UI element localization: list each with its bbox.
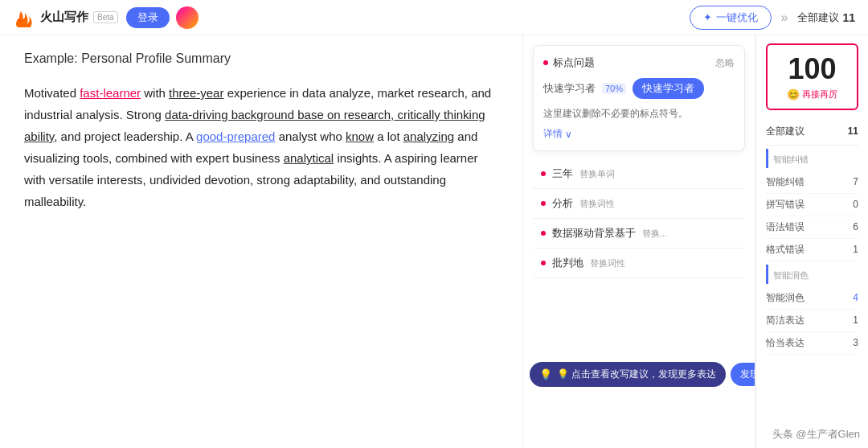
section-title-correction: 智能纠错 xyxy=(766,149,858,168)
right-all-count: 11 xyxy=(848,125,858,137)
more-icon[interactable]: » xyxy=(781,10,788,25)
text-motivated: Motivated xyxy=(24,86,80,100)
right-item-appropriate[interactable]: 恰当表达 3 xyxy=(766,332,858,355)
word-original: 快速学习者 xyxy=(543,81,596,96)
dot-red-icon xyxy=(543,60,548,65)
watermark: 头条 @生产者Glen xyxy=(772,427,860,442)
tooltip-text: 💡 点击查看改写建议，发现更多表达 xyxy=(557,368,716,381)
card-title: 标点问题 xyxy=(553,55,595,70)
discover-button[interactable]: 发现更多表达 2 xyxy=(731,363,755,386)
logo-area: 火山写作 Beta xyxy=(13,6,118,29)
avatar-button[interactable] xyxy=(176,6,199,29)
suggestion-item-analyze: 分析 替换词性 xyxy=(533,189,745,219)
card-tag: 标点问题 xyxy=(543,55,595,70)
tooltip-bar: 💡 💡 点击查看改写建议，发现更多表达 xyxy=(530,362,726,387)
suggestions-count: 11 xyxy=(842,11,855,24)
word-replace-button[interactable]: 快速学习者 xyxy=(633,78,704,99)
middle-panel: 标点问题 忽略 快速学习者 70% 快速学习者 这里建议删除不必要的标点符号。 … xyxy=(522,35,755,448)
doc-title: Example: Personal Profile Summary xyxy=(24,51,498,66)
optimize-button[interactable]: ✦ 一键优化 xyxy=(690,6,772,30)
score-label: 😊 再接再厉 xyxy=(776,88,849,101)
right-panel: 100 😊 再接再厉 全部建议 11 智能纠错 智能纠错 7 拼写错误 0 语法… xyxy=(755,35,868,448)
ignore-button[interactable]: 忽略 xyxy=(715,56,735,70)
card-desc: 这里建议删除不必要的标点符号。 xyxy=(543,107,735,121)
suggestion-item-data-driving: 数据驱动背景基于 替换... xyxy=(533,219,745,249)
suggestion-item-three-year: 三年 替换单词 xyxy=(533,159,745,189)
item-label: 数据驱动背景基于 xyxy=(552,226,636,240)
text-with: with xyxy=(141,86,169,100)
sparkle-icon: ✦ xyxy=(703,11,712,23)
dot-red-icon xyxy=(541,201,546,206)
doc-body: Motivated fast-learner with three-year e… xyxy=(24,82,498,212)
card-header: 标点问题 忽略 xyxy=(543,55,735,70)
text-a-lot: a lot xyxy=(374,129,403,143)
login-button[interactable]: 登录 xyxy=(126,7,170,28)
right-all-label: 全部建议 xyxy=(766,125,805,138)
suggestions-label: 全部建议 xyxy=(797,10,839,25)
item-sub[interactable]: 替换单词 xyxy=(579,168,615,180)
item-sub[interactable]: 替换词性 xyxy=(579,198,615,210)
word-options: 快速学习者 70% 快速学习者 xyxy=(543,78,735,99)
right-item-concise[interactable]: 简洁表达 1 xyxy=(766,310,858,332)
text-analytical: analytical xyxy=(284,151,334,165)
item-label: 三年 xyxy=(552,166,573,181)
top-nav: 火山写作 Beta 登录 ✦ 一键优化 » 全部建议 11 xyxy=(0,0,868,35)
text-comma: , and project leadership. A xyxy=(54,129,196,143)
logo-icon xyxy=(13,6,35,29)
dot-red-icon xyxy=(541,231,546,236)
text-analyst: analyst who xyxy=(275,129,346,143)
chevron-down-icon: ∨ xyxy=(565,129,572,140)
text-good-prepared: good-prepared xyxy=(196,129,275,143)
score-box: 100 😊 再接再厉 xyxy=(766,43,858,110)
score-number: 100 xyxy=(776,53,849,85)
text-analyzing: analyzing xyxy=(403,129,454,143)
dot-red-icon xyxy=(541,171,546,176)
dot-red-icon xyxy=(541,261,546,265)
item-sub[interactable]: 替换... xyxy=(642,228,667,240)
right-all-header: 全部建议 11 xyxy=(766,121,858,146)
right-item-correction[interactable]: 智能纠错 7 xyxy=(766,171,858,194)
text-three-year: three-year xyxy=(169,86,223,100)
right-item-polish[interactable]: 智能润色 4 xyxy=(766,287,858,310)
item-sub[interactable]: 替换词性 xyxy=(590,257,625,269)
text-fast-learner: fast-learner xyxy=(80,86,141,100)
suggestion-item-critically: 批判地 替换词性 xyxy=(533,249,745,278)
item-label: 分析 xyxy=(552,196,573,211)
smile-icon: 😊 xyxy=(787,88,800,101)
item-label: 批判地 xyxy=(552,256,583,270)
bulb-icon: 💡 xyxy=(539,368,552,380)
editor-panel: Example: Personal Profile Summary Motiva… xyxy=(0,35,522,448)
section-title-polish: 智能润色 xyxy=(766,265,858,284)
right-item-format[interactable]: 格式错误 1 xyxy=(766,239,858,261)
right-item-grammar[interactable]: 语法错误 6 xyxy=(766,216,858,239)
word-score: 70% xyxy=(602,83,626,94)
logo-text: 火山写作 xyxy=(40,10,88,25)
beta-badge: Beta xyxy=(93,11,118,23)
right-item-spelling[interactable]: 拼写错误 0 xyxy=(766,194,858,216)
card-detail-button[interactable]: 详情 ∨ xyxy=(543,127,735,141)
suggestion-card-punctuation: 标点问题 忽略 快速学习者 70% 快速学习者 这里建议删除不必要的标点符号。 … xyxy=(533,45,745,151)
text-know: know xyxy=(346,129,374,143)
main-layout: Example: Personal Profile Summary Motiva… xyxy=(0,35,868,448)
